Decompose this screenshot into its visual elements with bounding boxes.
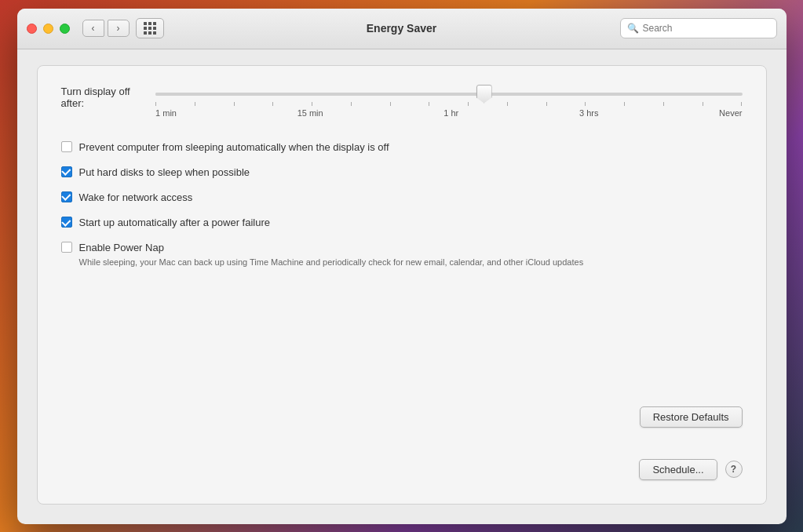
tick-marks bbox=[155, 102, 742, 106]
window-title: Energy Saver bbox=[367, 22, 437, 35]
prevent-sleep-checkbox[interactable] bbox=[61, 141, 72, 152]
power-nap-text-wrap: Enable Power Nap While sleeping, your Ma… bbox=[79, 241, 584, 269]
prevent-sleep-label: Prevent computer from sleeping automatic… bbox=[79, 140, 389, 155]
list-item: Start up automatically after a power fai… bbox=[61, 216, 743, 230]
power-nap-description: While sleeping, your Mac can back up usi… bbox=[79, 257, 584, 268]
close-button[interactable] bbox=[27, 24, 37, 34]
grid-icon bbox=[144, 22, 156, 35]
forward-icon: › bbox=[117, 23, 120, 34]
search-input[interactable] bbox=[643, 23, 770, 34]
bottom-buttons: Schedule... ? bbox=[61, 459, 743, 480]
help-button[interactable]: ? bbox=[725, 461, 743, 478]
slider-label: Turn display off after: bbox=[61, 86, 144, 109]
traffic-lights bbox=[27, 24, 70, 34]
list-item: Prevent computer from sleeping automatic… bbox=[61, 140, 743, 155]
back-icon: ‹ bbox=[92, 23, 95, 34]
restore-defaults-button[interactable]: Restore Defaults bbox=[640, 406, 743, 428]
slider-label-1hr: 1 hr bbox=[443, 108, 458, 118]
list-item: Enable Power Nap While sleeping, your Ma… bbox=[61, 241, 743, 269]
slider-area: 1 min 15 min 1 hr 3 hrs Never bbox=[155, 86, 742, 118]
slider-track-filled bbox=[155, 93, 484, 96]
back-button[interactable]: ‹ bbox=[82, 20, 104, 37]
slider-label-1min: 1 min bbox=[155, 108, 177, 118]
power-nap-checkbox[interactable] bbox=[61, 242, 72, 253]
slider-track bbox=[155, 93, 742, 96]
search-icon: 🔍 bbox=[627, 23, 639, 34]
restore-defaults-section: Restore Defaults bbox=[61, 406, 743, 428]
display-sleep-slider-section: Turn display off after: bbox=[61, 86, 743, 118]
slider-thumb[interactable] bbox=[476, 85, 492, 104]
search-box[interactable]: 🔍 bbox=[620, 18, 777, 38]
slider-track-wrapper bbox=[155, 86, 742, 102]
schedule-button[interactable]: Schedule... bbox=[639, 459, 717, 480]
slider-label-15min: 15 min bbox=[297, 108, 323, 118]
power-nap-label: Enable Power Nap bbox=[79, 241, 584, 255]
wake-network-checkbox[interactable] bbox=[61, 191, 72, 202]
slider-label-never: Never bbox=[719, 108, 742, 118]
main-window: ‹ › Energy Saver 🔍 Turn display off bbox=[17, 9, 787, 524]
content-area: Turn display off after: bbox=[17, 49, 787, 524]
list-item: Wake for network access bbox=[61, 191, 743, 205]
grid-view-button[interactable] bbox=[136, 18, 164, 38]
settings-panel: Turn display off after: bbox=[37, 65, 767, 505]
spacer bbox=[61, 293, 743, 406]
minimize-button[interactable] bbox=[43, 24, 53, 34]
hard-disks-checkbox[interactable] bbox=[61, 166, 72, 177]
start-power-failure-checkbox[interactable] bbox=[61, 217, 72, 228]
wake-network-label: Wake for network access bbox=[79, 191, 193, 205]
checkbox-group: Prevent computer from sleeping automatic… bbox=[61, 140, 743, 269]
maximize-button[interactable] bbox=[60, 24, 70, 34]
list-item: Put hard disks to sleep when possible bbox=[61, 166, 743, 180]
titlebar: ‹ › Energy Saver 🔍 bbox=[17, 9, 787, 49]
nav-buttons: ‹ › bbox=[82, 20, 130, 37]
start-power-failure-label: Start up automatically after a power fai… bbox=[79, 216, 271, 230]
forward-button[interactable]: › bbox=[108, 20, 130, 37]
slider-labels: 1 min 15 min 1 hr 3 hrs Never bbox=[155, 108, 742, 118]
hard-disks-label: Put hard disks to sleep when possible bbox=[79, 166, 250, 180]
slider-label-3hrs: 3 hrs bbox=[579, 108, 598, 118]
